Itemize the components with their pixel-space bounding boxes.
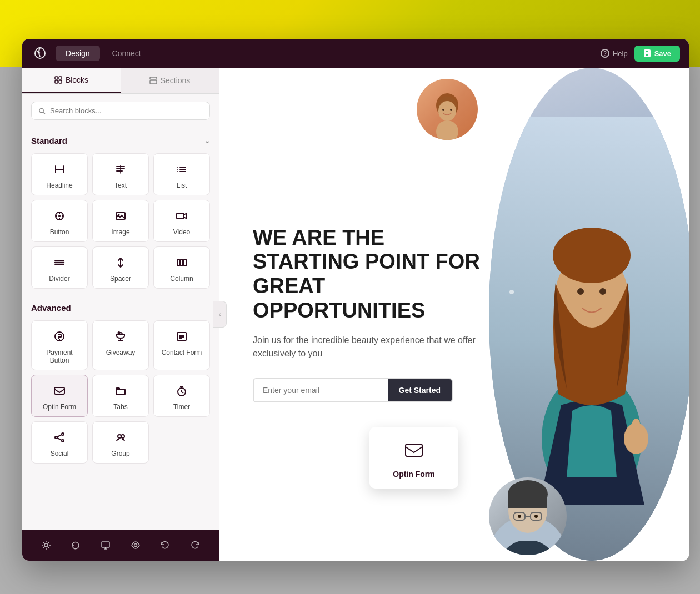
hero-text: WE ARE THE STARTING POINT FOR GREAT OPPO…: [253, 226, 486, 403]
timer-icon: [176, 383, 188, 399]
block-giveaway-label: Giveaway: [106, 349, 136, 356]
block-button[interactable]: Button: [31, 200, 88, 242]
svg-point-21: [177, 169, 178, 170]
svg-point-24: [58, 215, 61, 217]
get-started-button[interactable]: Get Started: [388, 379, 452, 401]
svg-point-47: [55, 436, 57, 439]
block-column-label: Column: [170, 275, 193, 283]
giveaway-icon: [114, 329, 127, 344]
block-timer[interactable]: Timer: [153, 375, 210, 417]
svg-text:?: ?: [603, 51, 607, 57]
profile-circle-top: [417, 79, 478, 140]
block-spacer[interactable]: Spacer: [92, 246, 149, 289]
svg-rect-9: [150, 77, 157, 79]
optin-form-popup[interactable]: Optin Form: [369, 427, 458, 489]
svg-point-70: [599, 288, 606, 295]
topbar-tabs: Design Connect: [56, 46, 151, 61]
svg-point-79: [518, 515, 521, 518]
block-video[interactable]: Video: [153, 200, 210, 242]
advanced-title: Advanced: [31, 303, 71, 313]
svg-rect-3: [646, 50, 649, 52]
tabs-icon: [114, 383, 127, 399]
block-social[interactable]: Social: [31, 421, 88, 464]
block-video-label: Video: [173, 228, 190, 236]
save-label: Save: [654, 49, 671, 58]
svg-rect-33: [184, 259, 186, 266]
tab-sections-label: Sections: [161, 76, 191, 85]
preview-toolbar-icon[interactable]: [126, 535, 146, 555]
block-tabs[interactable]: Tabs: [92, 375, 149, 417]
search-icon: [38, 107, 46, 115]
svg-point-26: [118, 214, 120, 216]
tab-design[interactable]: Design: [56, 46, 100, 61]
tab-blocks[interactable]: Blocks: [22, 68, 121, 93]
button-icon: [53, 208, 66, 224]
app-logo: [31, 44, 49, 62]
advanced-section-header: Advanced: [22, 295, 219, 318]
block-payment-button-label: Payment Button: [36, 349, 83, 364]
redo-toolbar-icon[interactable]: [185, 535, 205, 555]
history-toolbar-icon[interactable]: [66, 535, 86, 555]
block-column[interactable]: Column: [153, 246, 210, 289]
svg-line-12: [43, 112, 45, 114]
divider-icon: [53, 255, 66, 270]
svg-rect-31: [177, 259, 179, 266]
dot-accent: [509, 290, 514, 294]
block-headline[interactable]: Headline: [31, 153, 88, 195]
svg-point-62: [442, 109, 444, 111]
block-payment-button[interactable]: Payment Button: [31, 320, 88, 370]
canvas-area: WE ARE THE STARTING POINT FOR GREAT OPPO…: [219, 68, 689, 561]
tab-blocks-label: Blocks: [66, 75, 88, 84]
standard-collapse[interactable]: ⌄: [204, 137, 210, 145]
block-tabs-label: Tabs: [113, 403, 127, 411]
text-icon: [114, 162, 127, 177]
panel-collapse-handle[interactable]: ‹: [213, 301, 227, 328]
profile-circle-bottom: [489, 477, 567, 555]
image-icon: [114, 208, 127, 224]
block-group[interactable]: Group: [92, 421, 149, 464]
help-button[interactable]: ? Help: [601, 49, 628, 58]
block-image[interactable]: Image: [92, 200, 149, 242]
main-content: Blocks Sections: [22, 68, 689, 561]
block-image-label: Image: [111, 228, 129, 236]
standard-title: Standard: [31, 136, 67, 145]
payment-button-icon: [53, 329, 66, 344]
block-list[interactable]: List: [153, 153, 210, 195]
svg-rect-7: [55, 80, 58, 83]
block-giveaway[interactable]: Giveaway: [92, 320, 149, 370]
block-group-label: Group: [111, 450, 129, 457]
search-input[interactable]: [50, 107, 203, 115]
block-button-label: Button: [50, 228, 69, 236]
desktop-toolbar-icon[interactable]: [96, 535, 116, 555]
svg-point-80: [534, 515, 538, 518]
settings-toolbar-icon[interactable]: [36, 535, 56, 555]
svg-rect-4: [646, 54, 649, 56]
svg-point-11: [39, 108, 43, 112]
svg-point-69: [577, 288, 584, 295]
undo-toolbar-icon[interactable]: [155, 535, 175, 555]
tab-connect[interactable]: Connect: [102, 46, 151, 61]
advanced-block-grid: Payment Button Giveaway: [22, 318, 219, 470]
svg-point-48: [62, 440, 64, 442]
svg-point-22: [177, 171, 178, 172]
block-optin-form[interactable]: Optin Form: [31, 375, 88, 417]
topbar-right: ? Help Save: [601, 46, 680, 62]
svg-point-20: [177, 167, 178, 168]
block-divider[interactable]: Divider: [31, 246, 88, 289]
save-button[interactable]: Save: [634, 46, 680, 62]
block-text[interactable]: Text: [92, 153, 149, 195]
blocks-scroll: Standard ⌄ Headline: [22, 128, 219, 561]
block-contact-form[interactable]: Contact Form: [153, 320, 210, 370]
svg-rect-27: [177, 213, 184, 219]
tab-sections[interactable]: Sections: [121, 68, 219, 93]
optin-form-icon: [53, 383, 66, 399]
svg-rect-75: [508, 494, 547, 508]
svg-rect-5: [55, 77, 58, 79]
svg-rect-61: [436, 120, 458, 140]
standard-section-header: Standard ⌄: [22, 128, 219, 151]
search-container: [22, 94, 219, 128]
column-icon: [176, 255, 188, 270]
email-input[interactable]: [254, 379, 388, 401]
help-label: Help: [613, 49, 628, 58]
svg-point-63: [450, 109, 452, 111]
